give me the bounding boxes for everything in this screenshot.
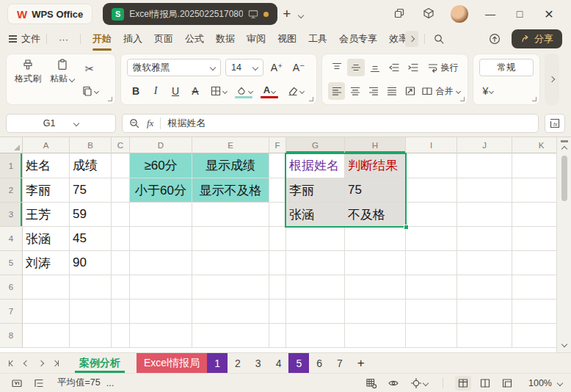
cell-C5[interactable]	[112, 251, 130, 275]
cell-F7[interactable]	[269, 300, 286, 324]
next-sheet-button[interactable]	[34, 356, 48, 371]
maximize-button[interactable]: □	[505, 8, 534, 20]
cell-J7[interactable]	[457, 300, 512, 324]
decrease-indent-button[interactable]	[385, 59, 403, 76]
cell-K1[interactable]	[512, 153, 556, 178]
add-sheet-button[interactable]: +	[350, 356, 372, 371]
cell-K8[interactable]	[512, 324, 556, 348]
cell-D3[interactable]	[130, 203, 192, 227]
macro-status-icon[interactable]	[9, 376, 25, 391]
zoom-level[interactable]: 100%	[528, 378, 552, 388]
row-header-4[interactable]: 4	[0, 227, 23, 251]
upload-icon[interactable]	[487, 32, 503, 46]
cell-E1[interactable]: 显示成绩	[192, 153, 269, 178]
menu-item-9[interactable]: 会员专享	[333, 29, 383, 48]
clear-format-button[interactable]	[283, 82, 307, 100]
bold-button[interactable]: B	[127, 82, 145, 100]
column-header-E[interactable]: E	[192, 137, 269, 153]
column-header-C[interactable]: C	[112, 137, 130, 153]
cell-G4[interactable]	[286, 227, 345, 251]
formula-content[interactable]: 根据姓名	[167, 117, 206, 130]
align-bottom-button[interactable]	[366, 59, 384, 76]
window-manage-icon[interactable]	[385, 7, 414, 21]
strikethrough-button[interactable]: A	[186, 82, 204, 100]
cell-A6[interactable]	[23, 275, 70, 300]
cell-J1[interactable]	[457, 153, 512, 178]
cell-D7[interactable]	[130, 300, 192, 324]
cell-K4[interactable]	[512, 227, 556, 251]
number-format-select[interactable]: 常规	[479, 59, 534, 76]
cell-F4[interactable]	[269, 227, 286, 251]
row-header-3[interactable]: 3	[0, 203, 23, 227]
name-box[interactable]: G1	[6, 114, 116, 133]
share-button[interactable]: 分享	[512, 29, 562, 48]
shrink-font-button[interactable]: A⁻	[290, 59, 308, 76]
row-header-1[interactable]: 1	[0, 153, 23, 178]
cell-G6[interactable]	[286, 275, 345, 300]
vertical-scrollbar[interactable]	[556, 137, 571, 352]
align-middle-button[interactable]	[347, 59, 365, 76]
cell-E2[interactable]: 显示不及格	[192, 178, 269, 203]
cell-I6[interactable]	[406, 275, 457, 300]
cell-G5[interactable]	[286, 251, 345, 275]
more-menus-button[interactable]: ···	[53, 31, 74, 48]
normal-view-button[interactable]	[455, 376, 471, 391]
cell-B3[interactable]: 59	[70, 203, 112, 227]
cell-J6[interactable]	[457, 275, 512, 300]
column-header-D[interactable]: D	[130, 137, 192, 153]
page-layout-view-button[interactable]	[477, 376, 493, 391]
menu-item-2[interactable]: 插入	[117, 29, 148, 48]
cell-J5[interactable]	[457, 251, 512, 275]
cell-D4[interactable]	[130, 227, 192, 251]
increase-indent-button[interactable]	[404, 59, 422, 76]
column-header-H[interactable]: H	[345, 137, 406, 153]
row-header-2[interactable]: 2	[0, 178, 23, 203]
prev-sheet-button[interactable]	[19, 356, 34, 371]
text-orientation-button[interactable]	[402, 82, 419, 100]
wrap-text-button[interactable]: 换行	[423, 59, 462, 76]
cell-I8[interactable]	[406, 324, 457, 348]
fx-pane-button[interactable]: fx	[545, 114, 565, 133]
align-left-button[interactable]	[328, 82, 345, 100]
cell-K5[interactable]	[512, 251, 556, 275]
select-all-corner[interactable]	[0, 137, 23, 153]
status-more[interactable]: ...	[106, 378, 114, 388]
scroll-down-arrow[interactable]	[561, 341, 567, 347]
cut-button[interactable]: ✂	[81, 60, 98, 78]
cell-D8[interactable]	[130, 324, 192, 348]
column-header-K[interactable]: K	[512, 137, 556, 153]
grow-font-button[interactable]: A⁺	[268, 59, 286, 76]
cell-H5[interactable]	[345, 251, 406, 275]
cell-F1[interactable]	[269, 153, 286, 178]
align-right-button[interactable]	[365, 82, 382, 100]
scroll-up-arrow[interactable]	[561, 146, 567, 152]
fill-color-button[interactable]	[232, 82, 255, 100]
cell-I5[interactable]	[406, 251, 457, 275]
cell-C1[interactable]	[112, 153, 130, 178]
column-header-I[interactable]: I	[406, 137, 457, 153]
cell-D2[interactable]: 小于60分	[130, 178, 192, 203]
zoom-out-icon[interactable]	[128, 117, 140, 129]
menu-item-3[interactable]: 页面	[148, 29, 179, 48]
justify-button[interactable]	[384, 82, 401, 100]
cell-K3[interactable]	[512, 203, 556, 227]
menu-item-10[interactable]: 效率	[383, 29, 405, 48]
cell-B1[interactable]: 成绩	[70, 153, 112, 178]
cell-A1[interactable]: 姓名	[23, 153, 70, 178]
cell-J3[interactable]	[457, 203, 512, 227]
cell-B7[interactable]	[70, 300, 112, 324]
row-header-6[interactable]: 6	[0, 275, 23, 300]
cell-B2[interactable]: 75	[70, 178, 112, 203]
cell-F2[interactable]	[269, 178, 286, 203]
menu-item-4[interactable]: 公式	[179, 29, 210, 48]
sheet-tab-6[interactable]: 4	[269, 353, 289, 373]
cell-G7[interactable]	[286, 300, 345, 324]
cell-G3[interactable]: 张涵	[286, 203, 345, 227]
tab-list-button[interactable]	[296, 7, 306, 21]
cell-D5[interactable]	[130, 251, 192, 275]
number-expander-icon[interactable]	[532, 97, 537, 101]
fx-icon[interactable]: fx	[147, 117, 153, 129]
cell-I3[interactable]	[406, 203, 457, 227]
sheet-tab-9[interactable]: 7	[330, 353, 350, 373]
menu-item-8[interactable]: 工具	[302, 29, 333, 48]
